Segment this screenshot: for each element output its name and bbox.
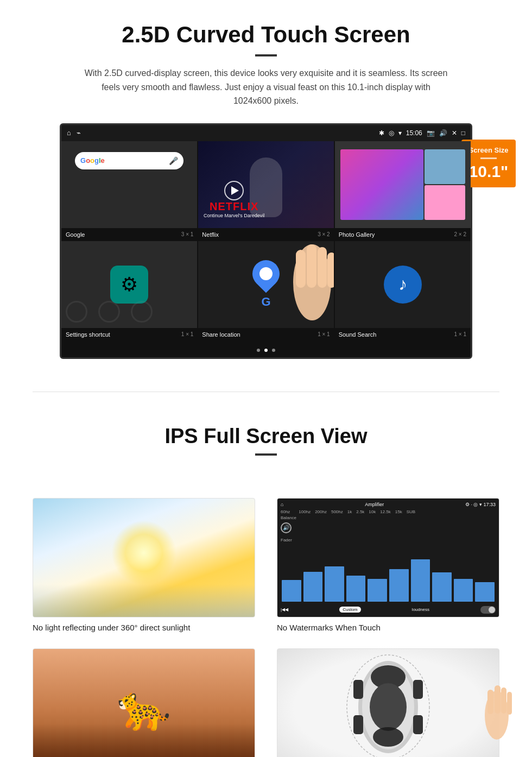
- netflix-size: 3 × 2: [318, 231, 330, 237]
- svg-rect-15: [353, 680, 363, 699]
- pagination-dots: [61, 341, 471, 357]
- netflix-overlay: NETFLIX Continue Marvel's Daredevil: [204, 181, 264, 218]
- amp-title: Amplifier: [365, 502, 384, 507]
- badge-underline: [480, 157, 497, 159]
- amp-balance-fader: Balance 🔊 Fader: [281, 515, 496, 542]
- svg-rect-17: [353, 715, 363, 734]
- amp-custom-button[interactable]: Custom: [339, 607, 361, 613]
- device-screen: ⌂ ⌁ ✱ ◎ ▾ 15:06 📷 🔊 ✕ □: [60, 123, 472, 359]
- google-app-cell[interactable]: Google 🎤: [61, 141, 197, 228]
- svg-rect-4: [327, 253, 334, 288]
- svg-rect-2: [307, 244, 316, 288]
- amp-screen: ⌂ Amplifier ⚙ · ◎ ▾ 17:33 60hz100hz200hz…: [277, 499, 499, 617]
- svg-rect-16: [413, 680, 423, 699]
- car-image: [277, 648, 499, 757]
- amp-eq-bars: [281, 544, 496, 604]
- settings-app-name: Settings shortcut: [66, 331, 110, 338]
- section1-description: With 2.5D curved-display screen, this de…: [81, 66, 451, 108]
- amp-toggle[interactable]: [480, 606, 496, 614]
- sound-app-name: Sound Search: [339, 331, 377, 338]
- google-search-bar[interactable]: Google 🎤: [75, 152, 183, 169]
- settings-gear-icon: ⚙: [121, 273, 138, 296]
- sunlight-image: [33, 498, 255, 617]
- app-grid-top: Google 🎤 NETFLIX: [61, 141, 471, 228]
- settings-icon-wrap: ⚙: [110, 266, 148, 304]
- google-mic-icon[interactable]: 🎤: [169, 156, 178, 165]
- sound-size: 1 × 1: [454, 331, 466, 337]
- sunlight-caption: No light reflecting under 360° direct su…: [33, 623, 255, 632]
- amp-labels: 60hz100hz200hz500hz1k2.5k10k12.5k15kSUB: [281, 509, 496, 514]
- amp-time: 17:33: [483, 502, 496, 507]
- google-size: 3 × 1: [181, 231, 194, 237]
- cheetah-graphic: 🐆: [117, 686, 171, 730]
- wifi-icon: ▾: [398, 129, 402, 137]
- section-curved-screen: 2.5D Curved Touch Screen With 2.5D curve…: [0, 0, 532, 370]
- amp-back-icon: |◀◀: [281, 607, 288, 612]
- netflix-play-button[interactable]: [224, 181, 244, 200]
- sound-search-cell[interactable]: ♪: [335, 241, 471, 328]
- gallery-size: 2 × 2: [454, 231, 466, 237]
- settings-label: Settings shortcut 1 × 1: [61, 330, 198, 339]
- window-icon: □: [461, 129, 465, 137]
- cheetah-image: 🐆: [33, 648, 255, 757]
- netflix-subtitle: Continue Marvel's Daredevil: [204, 213, 264, 218]
- amplifier-image: ⌂ Amplifier ⚙ · ◎ ▾ 17:33 60hz100hz200hz…: [277, 498, 499, 617]
- sunlight-flare: [111, 520, 176, 585]
- share-size: 1 × 1: [318, 331, 330, 337]
- section1-underline: [255, 54, 277, 56]
- section2-title: IPS Full Screen View: [43, 425, 489, 448]
- section-ips: IPS Full Screen View: [0, 414, 532, 482]
- device-mockup: Screen Size 10.1" ⌂ ⌁ ✱ ◎ ▾ 15:06 📷 🔊 ✕: [60, 123, 472, 359]
- share-location-cell[interactable]: G: [198, 241, 334, 328]
- feature-amplifier: ⌂ Amplifier ⚙ · ◎ ▾ 17:33 60hz100hz200hz…: [277, 498, 499, 632]
- google-label: Google 3 × 1: [61, 230, 198, 239]
- gallery-label: Photo Gallery 2 × 2: [334, 230, 471, 239]
- netflix-label: Netflix 3 × 2: [198, 230, 334, 239]
- netflix-app-cell[interactable]: NETFLIX Continue Marvel's Daredevil: [198, 141, 334, 228]
- amp-icons: ⚙ · ◎ ▾ 17:33: [465, 502, 496, 507]
- google-logo: Google: [80, 156, 105, 165]
- section2-underline: [255, 453, 277, 456]
- touch-hand: [280, 241, 334, 328]
- amp-topbar: ⌂ Amplifier ⚙ · ◎ ▾ 17:33: [281, 502, 496, 507]
- amp-bottom-bar: |◀◀ Custom loudness: [281, 606, 496, 614]
- feature-cheetah: 🐆 Super Fast Response: [33, 648, 255, 757]
- status-bar-right: ✱ ◎ ▾ 15:06 📷 🔊 ✕ □: [379, 129, 465, 137]
- feature-sunlight: No light reflecting under 360° direct su…: [33, 498, 255, 632]
- netflix-background: NETFLIX Continue Marvel's Daredevil: [198, 141, 334, 228]
- badge-size: 10.1": [467, 162, 510, 181]
- feature-grid: No light reflecting under 360° direct su…: [0, 482, 532, 757]
- clock: 15:06: [406, 129, 422, 137]
- play-icon: [231, 186, 239, 195]
- usb-icon: ⌁: [77, 129, 81, 137]
- share-app-name: Share location: [202, 331, 240, 338]
- photo-gallery-cell[interactable]: [335, 141, 471, 228]
- section1-title: 2.5D Curved Touch Screen: [43, 22, 489, 48]
- settings-app-cell[interactable]: ⚙: [61, 241, 197, 328]
- svg-rect-1: [296, 250, 306, 288]
- gallery-app-name: Photo Gallery: [339, 231, 375, 238]
- svg-point-13: [370, 683, 407, 731]
- badge-title: Screen Size: [467, 146, 510, 154]
- status-bar: ⌂ ⌁ ✱ ◎ ▾ 15:06 📷 🔊 ✕ □: [61, 125, 471, 141]
- netflix-app-name: Netflix: [202, 231, 219, 238]
- share-label: Share location 1 × 1: [198, 330, 334, 339]
- sound-label: Sound Search 1 × 1: [334, 330, 471, 339]
- location-icon: ◎: [389, 129, 394, 137]
- app-label-row-top: Google 3 × 1 Netflix 3 × 2 Photo Gallery…: [61, 228, 471, 241]
- svg-rect-18: [413, 715, 423, 734]
- amplifier-caption: No Watermarks When Touch: [277, 623, 499, 632]
- svg-point-14: [373, 727, 403, 747]
- app-grid-bottom: ⚙: [61, 241, 471, 328]
- camera-icon: 📷: [427, 129, 435, 137]
- google-app-name: Google: [66, 231, 85, 238]
- app-label-row-bottom: Settings shortcut 1 × 1 Share location 1…: [61, 328, 471, 341]
- sound-icon-circle: ♪: [384, 266, 422, 304]
- amp-home-icon: ⌂: [281, 502, 283, 507]
- home-icon[interactable]: ⌂: [67, 129, 71, 137]
- feature-car: Large Viewing Angle: [277, 648, 499, 757]
- amp-loudness-label: loudness: [412, 607, 429, 612]
- bluetooth-icon: ✱: [379, 129, 384, 137]
- svg-rect-3: [318, 247, 327, 288]
- volume-icon: 🔊: [439, 129, 447, 137]
